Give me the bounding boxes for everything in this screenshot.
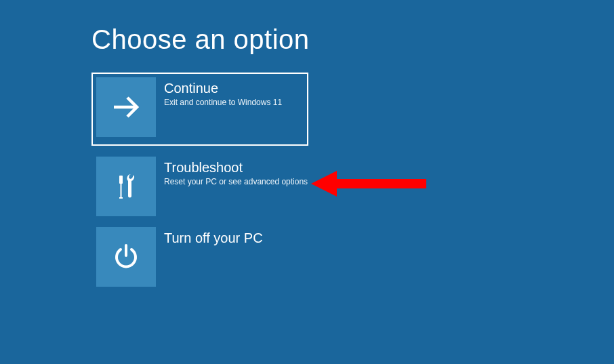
- tile-text: Continue Exit and continue to Windows 11: [156, 77, 282, 108]
- tile-desc: Exit and continue to Windows 11: [164, 98, 282, 108]
- tile-label: Troubleshoot: [164, 159, 308, 176]
- tile-turnoff[interactable]: Turn off your PC: [91, 227, 308, 287]
- arrow-right-icon: [96, 77, 156, 137]
- tile-text: Turn off your PC: [156, 227, 263, 247]
- tile-troubleshoot[interactable]: Troubleshoot Reset your PC or see advanc…: [91, 157, 308, 216]
- svg-rect-2: [121, 184, 122, 197]
- tile-desc: Reset your PC or see advanced options: [164, 177, 308, 187]
- recovery-screen: Choose an option Continue Exit and conti…: [0, 0, 614, 287]
- svg-rect-3: [119, 197, 123, 199]
- tile-continue[interactable]: Continue Exit and continue to Windows 11: [91, 73, 308, 146]
- page-title: Choose an option: [91, 24, 614, 55]
- power-icon: [96, 227, 156, 287]
- tile-label: Turn off your PC: [164, 230, 263, 246]
- tile-label: Continue: [164, 80, 282, 96]
- tools-icon: [96, 157, 156, 216]
- svg-rect-1: [119, 176, 123, 184]
- tile-text: Troubleshoot Reset your PC or see advanc…: [156, 157, 308, 187]
